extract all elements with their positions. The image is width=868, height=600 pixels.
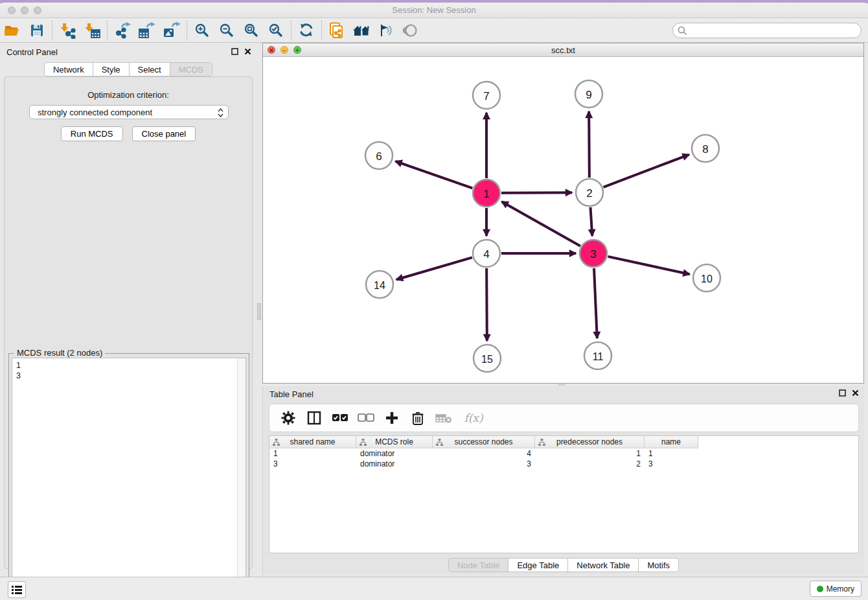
label-paint-icon <box>378 23 394 38</box>
cell-successor-nodes[interactable]: 4 <box>433 448 535 459</box>
network-frame-titlebar[interactable]: ✕ − + scc.txt <box>263 43 863 57</box>
graph-edge-3-10[interactable] <box>608 257 689 274</box>
graph-edge-2-8[interactable] <box>604 155 689 187</box>
tab-network-table[interactable]: Network Table <box>568 558 639 572</box>
zoom-fit-button[interactable] <box>239 19 264 41</box>
graph-edge-3-11[interactable] <box>594 268 597 338</box>
cell-shared-name[interactable]: 1 <box>269 448 356 459</box>
window-titlebar[interactable]: Session: New Session <box>0 3 868 18</box>
cell-predecessor-nodes[interactable]: 2 <box>535 459 645 469</box>
search-input[interactable] <box>690 24 855 37</box>
optimization-criterion-select[interactable]: strongly connected component <box>29 105 229 119</box>
annotation-button[interactable] <box>374 19 398 41</box>
cell-MCDS-role[interactable]: dominator <box>356 448 433 459</box>
float-panel-icon[interactable] <box>839 389 846 397</box>
graph-edge-4-14[interactable] <box>396 257 472 279</box>
zoom-fit-icon <box>244 23 259 38</box>
graph-edge-2-9[interactable] <box>589 111 589 178</box>
export-network-button[interactable] <box>110 19 135 41</box>
graph-edge-2-3[interactable] <box>590 207 592 236</box>
main-toolbar <box>0 18 868 43</box>
import-table-button[interactable] <box>80 19 104 41</box>
deselect-all-columns-button[interactable] <box>358 408 374 428</box>
graph-edge-1-6[interactable] <box>395 161 472 189</box>
column-type-icon <box>538 439 545 446</box>
vertical-splitter[interactable] <box>257 44 262 577</box>
control-panel: Control Panel NetworkStyleSelectMCDS Opt… <box>0 44 257 577</box>
export-image-icon <box>163 22 181 39</box>
graph-node-label-8: 8 <box>702 143 708 156</box>
tab-motifs[interactable]: Motifs <box>639 558 679 572</box>
splitter-handle[interactable] <box>257 303 261 320</box>
close-panel-icon[interactable] <box>852 389 859 397</box>
tab-network[interactable]: Network <box>44 62 93 76</box>
column-type-icon <box>360 439 367 446</box>
table-row[interactable]: 1dominator411 <box>269 448 858 459</box>
network-canvas[interactable]: 1234678910111415 <box>263 58 863 383</box>
select-all-columns-button[interactable] <box>332 408 348 428</box>
control-panel-title: Control Panel <box>6 47 58 57</box>
refresh-view-button[interactable] <box>294 19 319 41</box>
export-table-button[interactable] <box>135 19 159 41</box>
toolbar-separator <box>52 21 52 40</box>
table-settings-button[interactable] <box>280 408 297 428</box>
mcds-result-area[interactable]: 1 3 <box>12 358 246 597</box>
tab-edge-table[interactable]: Edge Table <box>508 558 568 572</box>
cell-shared-name[interactable]: 3 <box>269 459 356 469</box>
table-toolbar: f(x) <box>269 404 859 432</box>
zoom-out-icon <box>219 23 234 38</box>
status-bar: Memory <box>0 577 868 600</box>
cell-name[interactable]: 3 <box>645 459 698 469</box>
zoom-out-button[interactable] <box>214 19 239 41</box>
graph-edge-1-2[interactable] <box>501 192 572 193</box>
delete-column-button[interactable] <box>409 408 426 428</box>
import-network-button[interactable] <box>55 19 80 41</box>
memory-button[interactable]: Memory <box>810 581 862 597</box>
column-header-successor-nodes[interactable]: successor nodes <box>433 436 535 448</box>
cell-successor-nodes[interactable]: 3 <box>433 459 535 469</box>
export-network-icon <box>113 22 131 39</box>
close-panel-button[interactable]: Close panel <box>132 126 196 141</box>
tab-mcds[interactable]: MCDS <box>170 62 212 76</box>
zoom-in-button[interactable] <box>190 19 214 41</box>
result-scrollbar[interactable] <box>237 358 246 597</box>
close-panel-icon[interactable] <box>244 48 251 55</box>
graph-node-label-14: 14 <box>374 280 385 291</box>
column-header-shared-name[interactable]: shared name <box>269 436 356 448</box>
column-header-predecessor-nodes[interactable]: predecessor nodes <box>535 436 645 448</box>
tab-node-table[interactable]: Node Table <box>448 558 509 572</box>
memory-label: Memory <box>827 584 854 594</box>
table-header-row: shared nameMCDS rolesuccessor nodesprede… <box>269 436 858 448</box>
function-builder-button[interactable]: f(x) <box>461 408 486 428</box>
cell-MCDS-role[interactable]: dominator <box>356 459 433 469</box>
graph-edge-3-1[interactable] <box>502 202 580 246</box>
cell-name[interactable]: 1 <box>645 448 698 459</box>
table-panel: Table Panel <box>262 386 864 575</box>
network-graph[interactable]: 1234678910111415 <box>263 58 863 383</box>
cell-predecessor-nodes[interactable]: 1 <box>535 448 645 459</box>
hide-selected-button[interactable] <box>398 19 423 41</box>
column-layout-button[interactable] <box>306 408 323 428</box>
run-mcds-button[interactable]: Run MCDS <box>61 126 123 141</box>
unchecked-boxes-icon <box>358 413 374 422</box>
clone-network-button[interactable] <box>325 19 349 41</box>
table-panel-title: Table Panel <box>269 389 314 399</box>
graph-node-label-1: 1 <box>483 188 489 200</box>
columns-icon <box>307 411 321 425</box>
cyndex-browse-button[interactable] <box>349 19 374 41</box>
task-history-button[interactable] <box>8 581 26 598</box>
add-column-button[interactable] <box>383 408 400 428</box>
save-session-button[interactable] <box>25 19 49 41</box>
column-header-MCDS-role[interactable]: MCDS role <box>356 436 433 448</box>
tab-style[interactable]: Style <box>93 62 130 76</box>
table-row[interactable]: 3dominator323 <box>269 459 858 469</box>
graph-edge-4-15[interactable] <box>486 268 487 341</box>
zoom-selected-button[interactable] <box>264 19 288 41</box>
tab-select[interactable]: Select <box>130 62 170 76</box>
export-image-button[interactable] <box>159 19 184 41</box>
float-panel-icon[interactable] <box>231 48 238 55</box>
network-frame-title: scc.txt <box>263 45 863 55</box>
column-header-name[interactable]: name <box>645 436 698 448</box>
delete-table-button[interactable] <box>435 408 452 428</box>
open-session-button[interactable] <box>0 19 25 41</box>
